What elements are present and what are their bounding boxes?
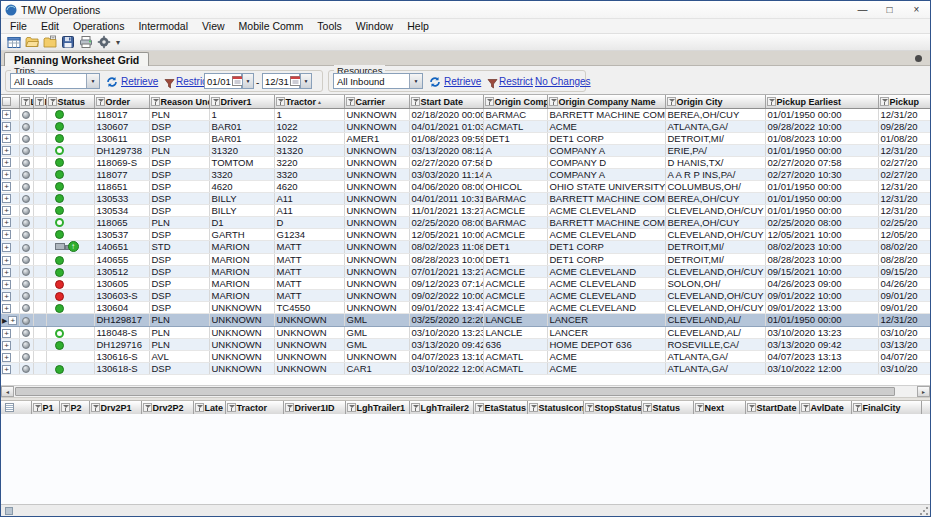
cell-reason[interactable]: DSP — [149, 289, 209, 301]
cell-tractor[interactable]: MATT — [274, 289, 344, 301]
cell-pickup[interactable]: 09/15/20 — [878, 265, 930, 277]
cell-driver1[interactable]: 31320 — [209, 144, 274, 156]
cell-driver1[interactable]: D1 — [209, 216, 274, 228]
filter-funnel-icon[interactable] — [853, 403, 862, 412]
cell-driver1[interactable]: UNKNOWN — [209, 338, 274, 350]
cell-tractor[interactable]: 31320 — [274, 144, 344, 156]
cell-reason[interactable]: PLN — [149, 313, 209, 326]
cell-origin_company_name[interactable]: DET1 CORP — [547, 132, 665, 144]
cell-origin_company_name[interactable]: ACME CLEVELAND — [547, 204, 665, 216]
filter-funnel-icon[interactable] — [35, 97, 44, 106]
cell-start_date[interactable]: 03/10/2020 13:23 — [409, 326, 483, 338]
cell-driver1[interactable]: UNKNOWN — [209, 362, 274, 374]
filter-funnel-icon[interactable] — [195, 403, 204, 412]
cell-carrier[interactable]: CAR1 — [344, 362, 409, 374]
cell-pickup[interactable]: 03/10/20 — [878, 362, 930, 374]
trips-combo-dropdown-icon[interactable] — [86, 74, 99, 88]
cell-origin_company_name[interactable]: HOME DEPOT 636 — [547, 338, 665, 350]
cell-start_date[interactable]: 02/18/2020 00:00 — [409, 108, 483, 120]
row-expander-icon[interactable]: + — [2, 243, 11, 252]
trips-restrict-icon[interactable] — [164, 75, 175, 93]
cell-pickup_earliest[interactable]: 04/07/2023 13:13 — [765, 350, 878, 362]
menu-item-operations[interactable]: Operations — [66, 19, 131, 33]
column-header-icon[interactable] — [1, 401, 31, 414]
menu-item-mobile-comm[interactable]: Mobile Comm — [232, 19, 311, 33]
column-header-reason[interactable]: Reason Unde — [149, 95, 209, 108]
cell-origin_city[interactable]: CLEVELAND,OH/CUY — [665, 204, 765, 216]
filter-funnel-icon[interactable] — [880, 97, 889, 106]
cell-pickup_earliest[interactable]: 08/02/2023 10:00 — [765, 240, 878, 253]
cell-carrier[interactable]: GML — [344, 338, 409, 350]
cell-reason[interactable]: DSP — [149, 168, 209, 180]
toolbar-overflow-icon[interactable]: ▾ — [116, 38, 120, 47]
cell-tractor[interactable]: TC4550 — [274, 301, 344, 313]
grid-row[interactable]: +130603-SDSPMARIONMATTUNKNOWN09/02/2022 … — [1, 289, 930, 301]
cell-pickup_earliest[interactable]: 02/27/2020 10:30 — [765, 168, 878, 180]
cell-tractor[interactable]: UNKNOWN — [274, 313, 344, 326]
trips-filter-combo[interactable]: All Loads — [10, 73, 100, 89]
row-header-cell[interactable]: + — [1, 156, 19, 168]
grid-row[interactable]: ▶+DH129817PLNUNKNOWNUNKNOWNGML03/25/2020… — [1, 313, 930, 326]
column-header-l[interactable]: L — [19, 95, 33, 108]
cell-origin_company[interactable]: A — [483, 144, 547, 156]
cell-reason[interactable]: DSP — [149, 192, 209, 204]
filter-funnel-icon[interactable] — [96, 97, 105, 106]
row-expander-icon[interactable]: + — [2, 304, 11, 313]
cell-pickup[interactable]: 01/08/20 — [878, 132, 930, 144]
resources-combo-dropdown-icon[interactable] — [409, 74, 422, 88]
filter-funnel-icon[interactable] — [485, 97, 494, 106]
filter-funnel-icon[interactable] — [549, 97, 558, 106]
row-expander-icon[interactable]: + — [2, 134, 11, 143]
cell-origin_company_name[interactable]: ACME — [547, 120, 665, 132]
cell-carrier[interactable]: UNKNOWN — [344, 204, 409, 216]
resources-retrieve-link[interactable]: Retrieve — [444, 76, 481, 87]
cell-carrier[interactable]: GML — [344, 326, 409, 338]
cell-driver1[interactable]: UNKNOWN — [209, 313, 274, 326]
settings-icon[interactable] — [96, 35, 111, 50]
cell-origin_city[interactable]: CLEVELAND,OH/CUY — [665, 265, 765, 277]
cell-driver1[interactable]: BAR01 — [209, 132, 274, 144]
cell-reason[interactable]: DSP — [149, 204, 209, 216]
cell-pickup_earliest[interactable]: 01/08/2023 10:00 — [765, 132, 878, 144]
cell-reason[interactable]: DSP — [149, 180, 209, 192]
cell-origin_city[interactable]: BEREA,OH/CUY — [665, 108, 765, 120]
cell-pickup_earliest[interactable]: 01/01/1950 00:00 — [765, 180, 878, 192]
date-from-field[interactable]: 01/01 — [204, 73, 242, 89]
maximize-button[interactable]: □ — [876, 1, 903, 18]
cell-origin_company[interactable]: ACMCLE — [483, 228, 547, 240]
column-header-tractor[interactable]: Tractor▲ — [274, 95, 344, 108]
filter-funnel-icon[interactable] — [475, 403, 484, 412]
cell-driver1[interactable]: MARION — [209, 289, 274, 301]
filter-funnel-icon[interactable] — [411, 97, 420, 106]
cell-start_date[interactable]: 02/25/2020 08:00 — [409, 216, 483, 228]
cell-origin_company_name[interactable]: ACME CLEVELAND — [547, 277, 665, 289]
row-header-cell[interactable]: + — [1, 277, 19, 289]
menu-item-view[interactable]: View — [195, 19, 232, 33]
menu-item-window[interactable]: Window — [349, 19, 400, 33]
cell-pickup_earliest[interactable]: 03/13/2020 09:42 — [765, 338, 878, 350]
cell-origin_company[interactable]: 636 — [483, 338, 547, 350]
cell-origin_city[interactable]: A A R P INS,PA/ — [665, 168, 765, 180]
row-expander-icon[interactable]: + — [8, 316, 17, 325]
resources-grid-body[interactable] — [1, 414, 930, 504]
cell-origin_company[interactable]: ACMCLE — [483, 277, 547, 289]
cell-pickup[interactable]: 12/05/20 — [878, 228, 930, 240]
cell-origin_city[interactable]: ATLANTA,GA/ — [665, 362, 765, 374]
column-header-start_date[interactable]: Start Date — [409, 95, 483, 108]
cell-start_date[interactable]: 03/03/2020 11:14 — [409, 168, 483, 180]
cell-start_date[interactable]: 11/01/2021 13:27 — [409, 204, 483, 216]
row-header-cell[interactable]: + — [1, 180, 19, 192]
row-expander-icon[interactable]: + — [2, 292, 11, 301]
cell-order[interactable]: 118651 — [94, 180, 149, 192]
filter-funnel-icon[interactable] — [211, 97, 220, 106]
cell-order[interactable]: 130604 — [94, 301, 149, 313]
close-button[interactable]: × — [903, 1, 930, 18]
cell-origin_company_name[interactable]: ACME CLEVELAND — [547, 289, 665, 301]
cell-pickup[interactable]: 02/27/20 — [878, 168, 930, 180]
cell-driver1[interactable]: BAR01 — [209, 120, 274, 132]
column-header-status[interactable]: Status — [641, 401, 693, 414]
filter-funnel-icon[interactable] — [667, 97, 676, 106]
cell-carrier[interactable]: GML — [344, 313, 409, 326]
cell-tractor[interactable]: 3320 — [274, 168, 344, 180]
cell-reason[interactable]: DSP — [149, 120, 209, 132]
